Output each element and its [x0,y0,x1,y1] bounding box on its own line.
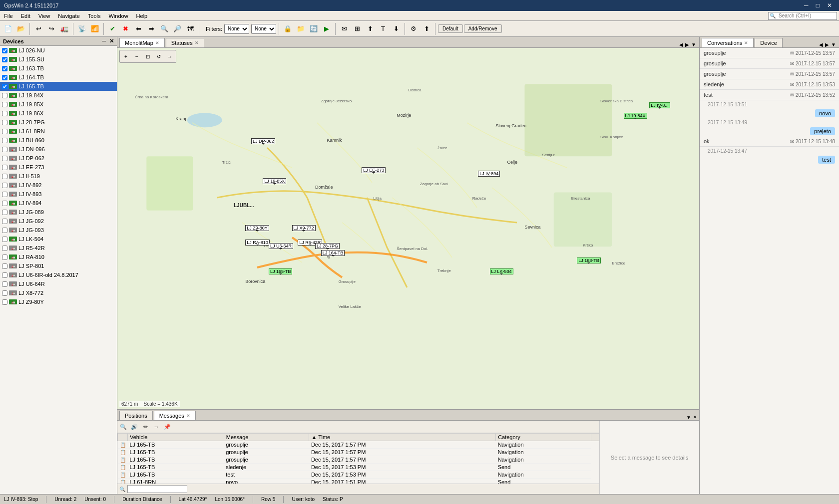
tab-statuses-close[interactable]: ✕ [195,40,199,45]
delete-button[interactable]: ✖ [119,23,131,35]
device-item-LJ-IV-894[interactable]: 🚛LJ IV-894 [0,199,117,208]
msg-edit-btn[interactable]: ✏ [140,422,150,432]
msg-search-btn[interactable]: 🔍 [118,422,128,432]
device-checkbox-LJ-IV-892[interactable] [2,183,7,188]
device-item-LJ-RA-810[interactable]: 🚛LJ RA-810 [0,252,117,261]
bottom-prev-arrow[interactable]: ▼ [685,415,692,420]
devices-minimize-icon[interactable]: ─ [102,38,106,44]
marker-164-tb[interactable]: LJ 164-TB [321,250,345,256]
menu-file[interactable]: File [0,11,17,20]
arrow-down-button[interactable]: ⬇ [390,23,402,35]
search-bar[interactable]: 🔍 [768,12,837,20]
tab-statuses[interactable]: Statuses ✕ [166,38,204,47]
device-checkbox-LJ-163-TB[interactable] [2,66,7,71]
device-item-LJ-LK-504[interactable]: 🚛LJ LK-504 [0,235,117,244]
map-container[interactable]: Kranj Tržič Zgornje Jezersko Kamnik Mozi… [117,48,699,409]
marker-iv894[interactable]: LJ IV-894 [478,171,500,177]
device-checkbox-LJ-BU-860[interactable] [2,138,7,143]
right-next-arrow[interactable]: ▶ [824,42,830,47]
device-checkbox-LJ-19-84X[interactable] [2,93,7,98]
device-item-LJ-Z9-80Y[interactable]: 🚛LJ Z9-80Y [0,297,117,306]
menu-window[interactable]: Window [104,11,132,20]
device-checkbox-LJ-IV-893[interactable] [2,192,7,197]
device-item-LJ-163-TB[interactable]: 🚛LJ 163-TB [0,64,117,73]
device-item-LJ-19-85X[interactable]: 🚛LJ 19-85X [0,100,117,109]
device-item-LJ-19-84X[interactable]: 🚛LJ 19-84X [0,91,117,100]
marker-ra-810[interactable]: LJ RA-810 [245,240,270,246]
col-check[interactable] [118,434,128,441]
lock-button[interactable]: 🔒 [282,23,294,35]
conv-item[interactable]: test✉2017-12-15 13:52 [700,90,839,100]
conv-item[interactable]: sledenje✉2017-12-15 13:53 [700,79,839,90]
table-row[interactable]: 📋LJ 165-TBgrosupljeDec 15, 2017 1:57 PMN… [118,456,599,464]
devices-close-icon[interactable]: ✕ [109,38,114,44]
right-button[interactable]: ➡ [145,23,157,35]
map-zoom-in[interactable]: + [121,51,131,61]
marker-163-tb[interactable]: LJ 163-TB [577,257,601,263]
tab-conversations-close[interactable]: ✕ [744,40,748,45]
menu-tools[interactable]: Tools [84,11,105,20]
left-button[interactable]: ⬅ [132,23,144,35]
device-checkbox-LJ-28-7PG[interactable] [2,120,7,125]
device-checkbox-LJ-U6-6IR-old-24.8.2017[interactable] [2,272,7,278]
filter2-select[interactable]: None [251,24,276,34]
msg-pin-btn[interactable]: 📌 [162,422,172,432]
marker-u6-64r[interactable]: LJ U6-64R [269,243,293,249]
table-row[interactable]: 📋LJ 165-TBsledenjeDec 15, 2017 1:53 PMSe… [118,464,599,471]
marker-165-tb[interactable]: LJ 165-TB [269,268,293,274]
tab-menu-arrow[interactable]: ▼ [690,42,697,47]
conv-item[interactable]: grosuplje✉2017-12-15 13:57 [700,58,839,69]
open-button[interactable]: 📂 [15,23,27,35]
upload-button[interactable]: ⬆ [420,23,432,35]
col-message[interactable]: Message [224,434,309,441]
device-checkbox-LJ-JG-093[interactable] [2,228,7,233]
menu-view[interactable]: View [34,11,54,20]
device-item-LJ-DP-062[interactable]: 🚛LJ DP-062 [0,154,117,163]
map-zoom-out[interactable]: − [132,51,142,61]
msg-sound-btn[interactable]: 🔊 [129,422,139,432]
msg-arrow-btn[interactable]: → [151,422,161,432]
text-button[interactable]: T [377,23,389,35]
menu-help[interactable]: Help [132,11,152,20]
folder-button[interactable]: 📁 [295,23,307,35]
marker-x9-772[interactable]: LJ X9-772 [292,225,316,231]
marker-28-7pg[interactable]: LJ 28-7PG [315,243,340,249]
tab-positions[interactable]: Positions [119,411,153,420]
device-item-LJ-JG-093[interactable]: 🚛LJ JG-093 [0,226,117,235]
marker-dp062[interactable]: LJ DP-062 [251,138,276,144]
antenna-button[interactable]: 📡 [76,23,88,35]
device-item-LJ-EE-273[interactable]: 🚛LJ EE-273 [0,163,117,172]
map-button[interactable]: 🗺 [184,23,196,35]
device-item-LJ-61-8RN[interactable]: 🚛LJ 61-8RN [0,127,117,136]
table-row[interactable]: 📋LJ 165-TBgrosupljeDec 15, 2017 1:57 PMN… [118,449,599,456]
menu-navigate[interactable]: Navigate [54,11,83,20]
table-row[interactable]: 📋LJ 165-TBgrosupljeDec 15, 2017 1:57 PMN… [118,441,599,449]
tab-monolitmap-close[interactable]: ✕ [155,40,159,45]
marker-lk-504[interactable]: LJ LK-504 [490,268,513,274]
filter1-select[interactable]: None [224,24,249,34]
device-item-LJ-U6-64R[interactable]: 🚛LJ U6-64R [0,279,117,288]
device-item-LJ-28-7PG[interactable]: 🚛LJ 28-7PG [0,118,117,127]
vehicle-button[interactable]: 🚛 [58,23,70,35]
marker-z9-80y[interactable]: LJ Z9-80Y [245,225,269,231]
device-item-LJ-164-TB[interactable]: 🚛LJ 164-TB [0,73,117,82]
undo-button[interactable]: ↩ [32,23,44,35]
device-checkbox-LJ-II-519[interactable] [2,174,7,179]
tab-messages-close[interactable]: ✕ [186,413,190,418]
device-checkbox-LJ-R5-42R[interactable] [2,246,7,251]
tab-monolitmap[interactable]: MonolitMap ✕ [119,38,165,47]
envelope-button[interactable]: ✉ [338,23,350,35]
minimize-button[interactable]: ─ [801,2,812,9]
device-checkbox-LJ-U6-64R[interactable] [2,281,7,287]
col-category[interactable]: Category [496,434,591,441]
tab-device[interactable]: Device [755,38,783,47]
menu-edit[interactable]: Edit [17,11,34,20]
device-item-LJ-JG-089[interactable]: 🚛LJ JG-089 [0,208,117,217]
device-item-LJ-R5-42R[interactable]: 🚛LJ R5-42R [0,244,117,252]
device-checkbox-LJ-LK-504[interactable] [2,237,7,242]
device-item-LJ-026-NU[interactable]: 🚛LJ 026-NU [0,46,117,55]
device-checkbox-LJ-X8-772[interactable] [2,290,7,296]
device-item-LJ-IV-893[interactable]: 🚛LJ IV-893 [0,190,117,199]
search-input[interactable] [777,13,837,18]
device-checkbox-LJ-RA-810[interactable] [2,254,7,260]
